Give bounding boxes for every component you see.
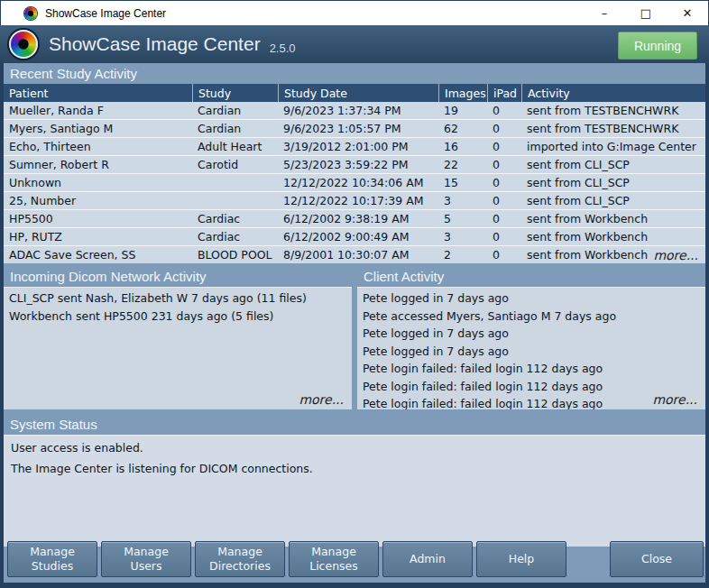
cell-activity: sent from Workbench xyxy=(521,230,705,243)
cell-activity: sent from CLI_SCP xyxy=(521,194,705,207)
log-line: Pete logged in 7 days ago xyxy=(363,343,700,361)
cell-date: 6/12/2002 9:38:19 AM xyxy=(278,212,438,225)
app-version: 2.5.0 xyxy=(270,41,296,55)
column-header-patient[interactable]: Patient xyxy=(4,84,192,102)
table-row[interactable]: Unknown 12/12/2022 10:34:06 AM 15 0 sent… xyxy=(4,173,705,191)
app-title: ShowCase Image Center xyxy=(49,33,261,55)
table-row[interactable]: 25, Number 12/12/2022 10:17:39 AM 3 0 se… xyxy=(4,191,705,209)
manage-licenses-button[interactable]: Manage Licenses xyxy=(289,541,379,577)
column-header-ipad[interactable]: iPad xyxy=(487,84,521,102)
manage-studies-button[interactable]: Manage Studies xyxy=(7,541,97,577)
cell-ipad: 0 xyxy=(487,104,521,117)
table-row[interactable]: HP5500 Cardiac 6/12/2002 9:38:19 AM 5 0 … xyxy=(4,209,705,227)
column-header-study[interactable]: Study xyxy=(192,84,278,102)
incoming-dicom-box: CLI_SCP sent Nash, Elizabeth W 7 days ag… xyxy=(4,287,352,409)
incoming-dicom-panel: Incoming Dicom Network Activity CLI_SCP … xyxy=(4,266,352,409)
cell-images: 2 xyxy=(438,248,487,262)
table-row[interactable]: HP, RUTZ Cardiac 6/12/2002 9:00:49 AM 3 … xyxy=(4,227,705,245)
table-row[interactable]: ADAC Save Screen, SS BLOOD POOL 8/9/2001… xyxy=(4,245,705,263)
app-header: ShowCase Image Center 2.5.0 Running xyxy=(0,25,709,63)
cell-images: 3 xyxy=(438,194,487,207)
cell-images: 16 xyxy=(438,140,487,153)
log-line: Workbench sent HP5500 231 days ago (5 fi… xyxy=(9,308,346,326)
log-line: Pete logged in 7 days ago xyxy=(363,325,700,343)
cell-ipad: 0 xyxy=(487,158,521,171)
log-line: Pete logged in 7 days ago xyxy=(363,289,700,308)
cell-study: BLOOD POOL xyxy=(192,248,278,262)
cell-ipad: 0 xyxy=(487,212,521,225)
cell-ipad: 0 xyxy=(487,230,521,243)
status-line: The Image Center is listening for DICOM … xyxy=(11,462,698,475)
log-line: Pete login failed: failed login 112 days… xyxy=(363,395,700,409)
app-window: ShowCase Image Center – □ ✕ ShowCase Ima… xyxy=(0,0,709,588)
log-line: Pete accessed Myers, Santiago M 7 days a… xyxy=(363,308,700,326)
activity-panels: Incoming Dicom Network Activity CLI_SCP … xyxy=(4,266,705,409)
cell-patient: Myers, Santiago M xyxy=(4,122,192,135)
client-activity-more-link[interactable]: more... xyxy=(652,392,697,407)
cell-patient: HP5500 xyxy=(4,212,192,225)
table-row[interactable]: Echo, Thirteen Adult Heart 3/19/2012 2:0… xyxy=(4,137,705,155)
cell-activity: sent from CLI_SCP xyxy=(521,158,705,171)
cell-activity: sent from Workbench xyxy=(521,212,705,225)
column-header-activity[interactable]: Activity xyxy=(521,84,705,102)
system-status-box: User access is enabled. The Image Center… xyxy=(4,435,705,547)
cell-images: 5 xyxy=(438,212,487,225)
cell-patient: Echo, Thirteen xyxy=(4,140,192,153)
cell-images: 19 xyxy=(438,104,487,117)
admin-button[interactable]: Admin xyxy=(382,541,473,577)
footer-toolbar: Manage Studies Manage Users Manage Direc… xyxy=(4,539,705,583)
log-line: Pete login failed: failed login 112 days… xyxy=(363,360,700,378)
cell-date: 3/19/2012 2:01:00 PM xyxy=(278,140,438,153)
cell-study: Carotid xyxy=(192,158,278,171)
cell-ipad: 0 xyxy=(487,194,521,207)
table-row[interactable]: Sumner, Robert R Carotid 5/23/2023 3:59:… xyxy=(4,155,705,173)
recent-study-table: Patient Study Study Date Images iPad Act… xyxy=(4,84,705,263)
app-icon xyxy=(24,7,37,20)
cell-activity: sent from CLI_SCP xyxy=(521,176,705,189)
content-area: Recent Study Activity Patient Study Stud… xyxy=(4,63,705,583)
manage-users-button[interactable]: Manage Users xyxy=(101,541,191,577)
column-header-study-date[interactable]: Study Date xyxy=(278,84,438,102)
recent-study-more-link[interactable]: more... xyxy=(653,248,698,262)
cell-ipad: 0 xyxy=(487,176,521,189)
close-window-button[interactable]: ✕ xyxy=(667,1,708,25)
cell-date: 12/12/2022 10:17:39 AM xyxy=(278,194,438,207)
table-row[interactable]: Mueller, Randa F Cardian 9/6/2023 1:37:3… xyxy=(4,102,705,119)
cell-patient: ADAC Save Screen, SS xyxy=(4,248,192,262)
running-status-button[interactable]: Running xyxy=(618,32,697,60)
cell-activity: sent from TESTBENCHWRK xyxy=(521,122,705,135)
cell-study: Cardiac xyxy=(192,230,278,243)
cell-patient: Sumner, Robert R xyxy=(4,158,192,171)
cell-images: 22 xyxy=(438,158,487,171)
titlebar: ShowCase Image Center – □ ✕ xyxy=(1,1,708,25)
table-row[interactable]: Myers, Santiago M Cardian 9/6/2023 1:05:… xyxy=(4,119,705,137)
cell-study: Cardian xyxy=(192,122,278,135)
window-title: ShowCase Image Center xyxy=(45,7,584,20)
help-button[interactable]: Help xyxy=(476,541,566,577)
column-header-images[interactable]: Images xyxy=(438,84,487,102)
cell-ipad: 0 xyxy=(487,122,521,135)
client-activity-panel: Client Activity Pete logged in 7 days ag… xyxy=(357,266,705,409)
cell-date: 8/9/2001 10:30:07 AM xyxy=(278,248,438,262)
client-activity-box: Pete logged in 7 days ago Pete accessed … xyxy=(357,287,705,409)
cell-date: 9/6/2023 1:37:34 PM xyxy=(278,104,438,117)
cell-study: Cardian xyxy=(192,104,278,117)
cell-ipad: 0 xyxy=(487,140,521,153)
close-button[interactable]: Close xyxy=(610,541,704,577)
cell-images: 3 xyxy=(438,230,487,243)
log-line: Pete login failed: failed login 112 days… xyxy=(363,378,700,396)
cell-study: Cardiac xyxy=(192,212,278,225)
minimize-button[interactable]: – xyxy=(584,1,625,25)
cell-patient: HP, RUTZ xyxy=(4,230,192,243)
cell-ipad: 0 xyxy=(487,248,521,262)
maximize-button[interactable]: □ xyxy=(625,1,667,25)
incoming-dicom-more-link[interactable]: more... xyxy=(299,392,344,407)
incoming-dicom-title: Incoming Dicom Network Activity xyxy=(4,266,352,287)
system-status-title: System Status xyxy=(4,414,705,435)
manage-directories-button[interactable]: Manage Directories xyxy=(195,541,285,577)
cell-date: 5/23/2023 3:59:22 PM xyxy=(278,158,438,171)
table-header-row: Patient Study Study Date Images iPad Act… xyxy=(4,84,705,102)
cell-study: Adult Heart xyxy=(192,140,278,153)
cell-patient: Mueller, Randa F xyxy=(4,104,192,117)
status-line: User access is enabled. xyxy=(11,441,698,455)
